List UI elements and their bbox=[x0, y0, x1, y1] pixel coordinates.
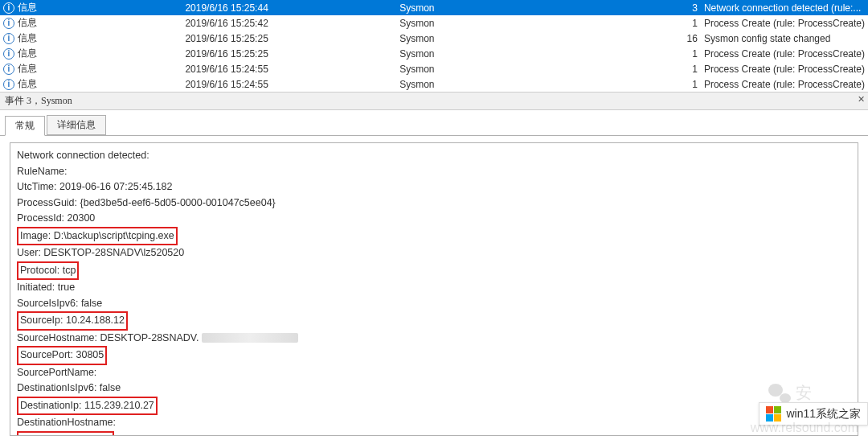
table-row[interactable]: i信息2019/6/16 15:25:44Sysmon3Network conn… bbox=[0, 0, 868, 15]
highlighted-field: SourceIp: 10.24.188.12 bbox=[17, 311, 128, 331]
cell-eventid: 1 bbox=[669, 15, 701, 31]
info-icon: i bbox=[3, 2, 14, 14]
detail-line: Initiated: true bbox=[17, 280, 851, 296]
cell-task: Process Create (rule: ProcessCreate) bbox=[701, 15, 868, 31]
cell-task: Process Create (rule: ProcessCreate) bbox=[701, 61, 868, 76]
detail-line: SourceIp: 10.24.188.12 bbox=[17, 311, 851, 331]
detail-pane-header: 事件 3，Sysmon ✕ bbox=[0, 92, 868, 110]
table-row[interactable]: i信息2019/6/16 15:25:25Sysmon1Process Crea… bbox=[0, 46, 868, 61]
info-icon: i bbox=[3, 79, 14, 90]
cell-source: Sysmon bbox=[396, 0, 669, 15]
cell-source: Sysmon bbox=[396, 31, 669, 46]
tab-general[interactable]: 常规 bbox=[5, 116, 45, 136]
detail-line: DestinationIp: 115.239.210.27 bbox=[17, 397, 851, 416]
info-icon: i bbox=[3, 48, 14, 60]
detail-pane-title: 事件 3，Sysmon bbox=[5, 95, 72, 106]
windows-logo-icon bbox=[766, 406, 781, 421]
info-icon: i bbox=[3, 64, 14, 75]
detail-line: ProcessGuid: {bed3be5d-eef6-5d05-0000-00… bbox=[17, 195, 851, 212]
cell-date: 2019/6/16 15:25:44 bbox=[182, 0, 396, 15]
detail-line: DestinationPort: 443 bbox=[17, 431, 851, 437]
win11-badge: win11系统之家 bbox=[759, 402, 868, 426]
cell-date: 2019/6/16 15:24:55 bbox=[182, 76, 396, 92]
table-row[interactable]: i信息2019/6/16 15:24:55Sysmon1Process Crea… bbox=[0, 61, 868, 76]
highlighted-field: DestinationIp: 115.239.210.27 bbox=[17, 397, 158, 416]
detail-line: RuleName: bbox=[17, 164, 851, 180]
cell-date: 2019/6/16 15:24:55 bbox=[182, 61, 396, 76]
event-log-table[interactable]: i信息2019/6/16 15:25:44Sysmon3Network conn… bbox=[0, 0, 868, 92]
cell-task: Network connection detected (rule:... bbox=[701, 0, 868, 15]
detail-line: ProcessId: 20300 bbox=[17, 211, 851, 227]
table-row[interactable]: i信息2019/6/16 15:25:25Sysmon16Sysmon conf… bbox=[0, 31, 868, 46]
detail-line: Network connection detected: bbox=[17, 148, 851, 164]
cell-level: i信息 bbox=[0, 46, 182, 61]
detail-line: SourcePortName: bbox=[17, 365, 851, 381]
cell-date: 2019/6/16 15:25:25 bbox=[182, 46, 396, 61]
cell-eventid: 3 bbox=[669, 0, 701, 15]
cell-level: i信息 bbox=[0, 76, 182, 92]
detail-line: SourceIsIpv6: false bbox=[17, 296, 851, 312]
cell-source: Sysmon bbox=[396, 76, 669, 92]
cell-date: 2019/6/16 15:25:25 bbox=[182, 31, 396, 46]
detail-line: SourceHostname: DESKTOP-28SNADV. bbox=[17, 331, 851, 347]
cell-source: Sysmon bbox=[396, 46, 669, 61]
detail-line: Image: D:\backup\script\tcping.exe bbox=[17, 227, 851, 246]
cell-level: i信息 bbox=[0, 31, 182, 46]
event-detail-panel: Network connection detected:RuleName:Utc… bbox=[10, 142, 858, 436]
cell-level: i信息 bbox=[0, 0, 182, 15]
cell-task: Process Create (rule: ProcessCreate) bbox=[701, 76, 868, 92]
detail-line: Protocol: tcp bbox=[17, 261, 851, 281]
detail-line: User: DESKTOP-28SNADV\lz520520 bbox=[17, 245, 851, 261]
close-icon[interactable]: ✕ bbox=[858, 94, 865, 105]
detail-line: UtcTime: 2019-06-16 07:25:45.182 bbox=[17, 179, 851, 195]
cell-level: i信息 bbox=[0, 61, 182, 76]
cell-eventid: 1 bbox=[669, 61, 701, 76]
tab-details[interactable]: 详细信息 bbox=[47, 115, 106, 135]
cell-source: Sysmon bbox=[396, 61, 669, 76]
cell-eventid: 1 bbox=[669, 76, 701, 92]
cell-source: Sysmon bbox=[396, 15, 669, 31]
highlighted-field: SourcePort: 30805 bbox=[17, 346, 107, 365]
highlighted-field: Protocol: tcp bbox=[17, 261, 79, 281]
cell-eventid: 1 bbox=[669, 46, 701, 61]
table-row[interactable]: i信息2019/6/16 15:25:42Sysmon1Process Crea… bbox=[0, 15, 868, 31]
redacted-text bbox=[202, 333, 298, 343]
cell-task: Sysmon config state changed bbox=[701, 31, 868, 46]
detail-line: SourcePort: 30805 bbox=[17, 346, 851, 365]
info-icon: i bbox=[3, 18, 14, 29]
detail-tabs: 常规 详细信息 bbox=[0, 110, 868, 136]
highlighted-field: DestinationPort: 443 bbox=[17, 431, 114, 437]
cell-eventid: 16 bbox=[669, 31, 701, 46]
cell-level: i信息 bbox=[0, 15, 182, 31]
detail-line: DestinationIsIpv6: false bbox=[17, 380, 851, 397]
table-row[interactable]: i信息2019/6/16 15:24:55Sysmon1Process Crea… bbox=[0, 76, 868, 92]
highlighted-field: Image: D:\backup\script\tcping.exe bbox=[17, 227, 178, 246]
cell-task: Process Create (rule: ProcessCreate) bbox=[701, 46, 868, 61]
info-icon: i bbox=[3, 33, 14, 44]
detail-line: DestinationHostname: bbox=[17, 415, 851, 431]
cell-date: 2019/6/16 15:25:42 bbox=[182, 15, 396, 31]
